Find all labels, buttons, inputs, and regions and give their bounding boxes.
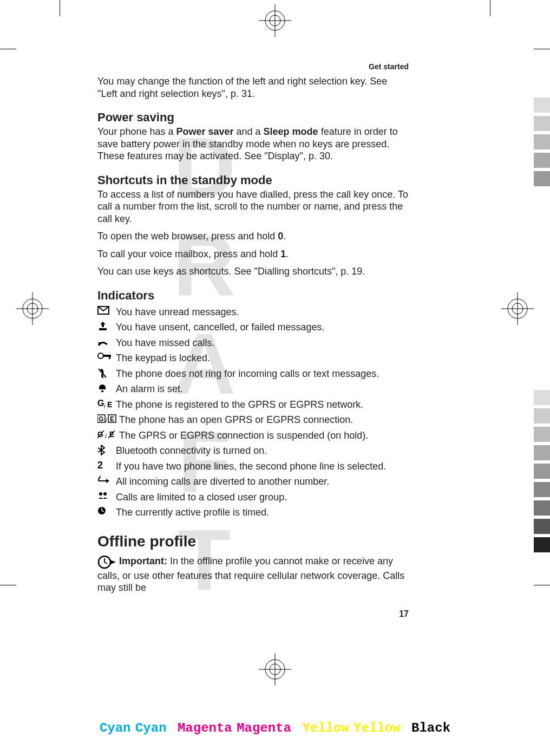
shortcuts-heading: Shortcuts in the standby mode	[97, 173, 409, 187]
important-icon	[97, 555, 117, 570]
indicator-row: The currently active profile is timed.	[97, 506, 409, 519]
indicator-text: The GPRS or EGPRS connection is suspende…	[119, 429, 409, 442]
crop-mark	[0, 49, 16, 49]
svg-point-18	[98, 353, 103, 359]
shortcuts-p2: To open the web browser, press and hold …	[97, 230, 409, 243]
indicator-row: You have unread messages.	[97, 306, 409, 318]
svg-rect-20	[109, 357, 110, 359]
indicator-row: G/E The GPRS or EGPRS connection is susp…	[97, 429, 409, 442]
closed-group-icon	[97, 491, 116, 500]
svg-text:/: /	[105, 433, 107, 439]
sleep-mode-term: Sleep mode	[264, 126, 318, 137]
divert-icon	[97, 475, 116, 483]
running-header: Get started	[97, 62, 409, 71]
indicator-row: Bluetooth connectivity is turned on.	[97, 445, 409, 457]
indicator-text: The phone is registered to the GPRS or E…	[116, 399, 409, 411]
indicator-text: Bluetooth connectivity is turned on.	[116, 445, 409, 457]
indicator-row: Calls are limited to a closed user group…	[97, 491, 409, 504]
color-swatch-footer: Cyan Cyan Magenta Magenta Yellow Yellow …	[0, 721, 550, 735]
swatch-magenta: Magenta	[178, 721, 232, 735]
indicator-text: You have missed calls.	[116, 337, 409, 349]
indicator-text: The currently active profile is timed.	[116, 506, 409, 519]
text-fragment: .	[283, 231, 286, 242]
important-note: Important: In the offline profile you ca…	[97, 555, 409, 594]
alarm-icon	[97, 383, 116, 393]
crop-mark	[0, 585, 16, 585]
indicator-text: The phone does not ring for incoming cal…	[116, 368, 409, 380]
crop-mark	[534, 585, 550, 585]
intro-paragraph: You may change the function of the left …	[97, 75, 409, 100]
svg-text:G: G	[99, 415, 103, 423]
missed-call-icon	[97, 337, 116, 347]
g-e-slash-icon: G/E	[97, 429, 119, 439]
line2-icon: 2	[97, 460, 116, 470]
svg-text:/: /	[104, 403, 106, 408]
envelope-icon	[97, 306, 116, 315]
svg-text:G: G	[97, 399, 104, 408]
svg-point-39	[103, 492, 107, 496]
swatch-yellow: Yellow	[302, 721, 349, 735]
indicator-row: All incoming calls are diverted to anoth…	[97, 475, 409, 488]
svg-text:E: E	[107, 400, 112, 408]
indicator-row: G/E The phone has an open GPRS or EGPRS …	[97, 414, 409, 426]
shortcuts-p4: You can use keys as shortcuts. See "Dial…	[97, 265, 409, 278]
offline-profile-heading: Offline profile	[97, 533, 409, 550]
side-tabs-lower	[534, 390, 550, 556]
registration-mark-icon	[259, 653, 291, 686]
g-e-icon: G/E	[97, 399, 116, 408]
svg-text:E: E	[110, 415, 114, 423]
text-fragment: Your phone has a	[97, 126, 176, 137]
bluetooth-icon	[97, 445, 116, 455]
page-content: Get started You may change the function …	[97, 62, 409, 619]
text-fragment: To call your voice mailbox, press and ho…	[97, 249, 280, 259]
svg-line-45	[104, 562, 107, 564]
crop-mark	[534, 49, 550, 49]
svg-rect-19	[103, 355, 111, 357]
indicator-row: The keypad is locked.	[97, 352, 409, 364]
svg-marker-46	[110, 560, 116, 564]
registration-mark-icon	[501, 292, 534, 325]
swatch-cyan-shadow: Cyan	[135, 721, 167, 735]
indicator-text: The keypad is locked.	[116, 352, 409, 364]
indicator-row: You have unsent, cancelled, or failed me…	[97, 321, 409, 334]
power-saving-heading: Power saving	[97, 110, 409, 125]
side-tabs-upper	[534, 97, 550, 190]
crop-mark	[490, 0, 490, 16]
text-fragment: To open the web browser, press and hold	[97, 231, 278, 242]
indicator-text: All incoming calls are diverted to anoth…	[116, 475, 409, 488]
shortcuts-p3: To call your voice mailbox, press and ho…	[97, 248, 409, 260]
svg-text:2: 2	[97, 460, 103, 470]
indicator-text: You have unsent, cancelled, or failed me…	[116, 321, 409, 334]
swatch-black: Black	[411, 721, 450, 735]
swatch-yellow-shadow: Yellow	[353, 721, 400, 735]
svg-marker-37	[106, 479, 109, 483]
swatch-magenta-shadow: Magenta	[237, 721, 291, 735]
registration-mark-icon	[16, 292, 49, 325]
indicator-text: The phone has an open GPRS or EGPRS conn…	[119, 414, 409, 426]
svg-rect-22	[101, 390, 103, 392]
svg-text:/: /	[106, 418, 107, 423]
g-e-box-icon: G/E	[97, 414, 119, 423]
indicator-row: An alarm is set.	[97, 383, 409, 395]
power-saving-text: Your phone has a Power saver and a Sleep…	[97, 126, 409, 162]
indicator-row: G/E The phone is registered to the GPRS …	[97, 399, 409, 411]
indicator-text: You have unread messages.	[116, 306, 409, 318]
key-0: 0	[278, 231, 283, 242]
indicator-text: If you have two phone lines, the second …	[116, 460, 409, 473]
crop-mark	[60, 0, 60, 16]
indicator-text: Calls are limited to a closed user group…	[116, 491, 409, 504]
indicator-row: The phone does not ring for incoming cal…	[97, 368, 409, 380]
page-number: 17	[97, 609, 409, 619]
text-fragment: and a	[234, 126, 264, 137]
outbox-icon	[97, 321, 116, 331]
swatch-cyan: Cyan	[100, 721, 131, 735]
indicator-row: 2 If you have two phone lines, the secon…	[97, 460, 409, 473]
text-fragment: .	[286, 249, 289, 259]
timer-icon	[97, 506, 116, 515]
indicator-row: You have missed calls.	[97, 337, 409, 349]
registration-mark-icon	[259, 4, 291, 37]
svg-point-38	[99, 492, 102, 496]
key-lock-icon	[97, 352, 116, 360]
important-label: Important:	[119, 556, 167, 566]
shortcuts-p1: To access a list of numbers you have dia…	[97, 188, 409, 225]
